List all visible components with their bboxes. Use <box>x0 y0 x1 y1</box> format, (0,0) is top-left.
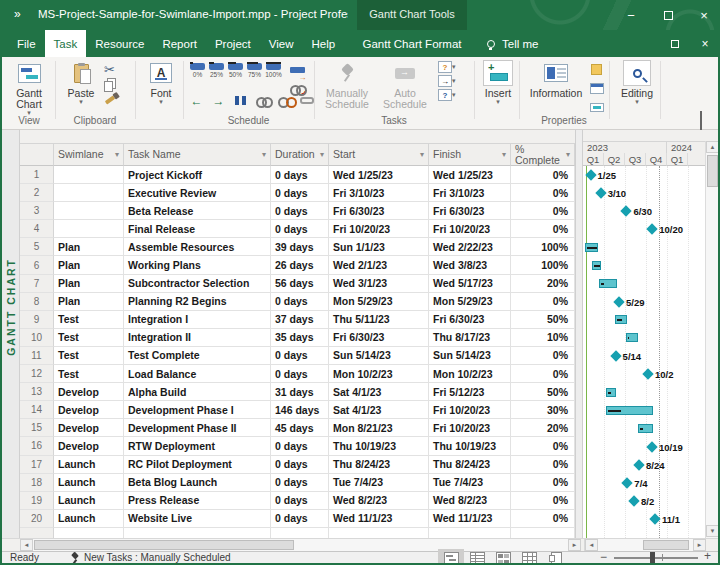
quarter-2023-q1[interactable]: Q1 <box>583 153 604 166</box>
cell-start[interactable]: Fri 10/20/23 <box>329 220 429 238</box>
percent-100--button[interactable]: 100% <box>264 63 283 78</box>
filter-chevron-icon[interactable]: ▾ <box>320 149 324 160</box>
filter-chevron-icon[interactable]: ▾ <box>115 149 119 160</box>
cell-task-name[interactable]: Executive Review <box>124 184 271 202</box>
cell-finish[interactable]: Thu 8/24/23 <box>429 456 511 474</box>
milestone-diamond[interactable] <box>613 296 624 307</box>
zoom-in-button[interactable]: + <box>704 549 711 563</box>
cell-finish[interactable]: Fri 6/30/23 <box>429 202 511 220</box>
scroll-down-button[interactable]: ▼ <box>706 525 719 537</box>
cell-swimlane[interactable]: Test <box>54 311 124 329</box>
column-header-task-name[interactable]: Task Name▾ <box>124 143 271 166</box>
cell-duration[interactable]: 0 days <box>271 184 329 202</box>
cell-task-name[interactable]: RC Pilot Deployment <box>124 456 271 474</box>
cell-task-name[interactable]: Load Balance <box>124 365 271 383</box>
cell-finish[interactable]: Fri 10/20/23 <box>429 220 511 238</box>
milestone-diamond[interactable] <box>628 495 639 506</box>
cell-empty[interactable] <box>54 528 124 538</box>
filter-chevron-icon[interactable]: ▾ <box>502 149 506 160</box>
inspect-task-button[interactable]: ?▾ <box>438 61 456 73</box>
cell-pct-complete[interactable]: 0% <box>511 510 575 528</box>
cell-task-name[interactable]: Integration I <box>124 311 271 329</box>
cell-finish[interactable]: Mon 5/29/23 <box>429 293 511 311</box>
resource-sheet-view-shortcut[interactable] <box>516 549 542 565</box>
cell-empty[interactable] <box>429 528 511 538</box>
move-task-button[interactable]: →▾ <box>438 75 456 87</box>
cell-duration[interactable]: 0 days <box>271 220 329 238</box>
cell-duration[interactable]: 35 days <box>271 329 329 347</box>
cell-task-name[interactable]: Project Kickoff <box>124 166 271 184</box>
cell-empty[interactable] <box>124 528 271 538</box>
gantt-chart-view-shortcut[interactable] <box>438 549 464 565</box>
cell-finish[interactable]: Wed 11/1/23 <box>429 510 511 528</box>
cell-start[interactable]: Sat 4/1/23 <box>329 383 429 401</box>
cell-start[interactable]: Thu 10/19/23 <box>329 437 429 455</box>
row-number[interactable]: 3 <box>20 202 54 220</box>
cell-pct-complete[interactable]: 0% <box>511 347 575 365</box>
cell-pct-complete[interactable]: 0% <box>511 492 575 510</box>
outdent-task-button[interactable]: ← <box>188 93 205 108</box>
cell-start[interactable]: Tue 7/4/23 <box>329 474 429 492</box>
row-number[interactable]: 15 <box>20 419 54 437</box>
row-number[interactable]: 14 <box>20 401 54 419</box>
cell-start[interactable]: Fri 3/10/23 <box>329 184 429 202</box>
filter-chevron-icon[interactable]: ▾ <box>262 149 266 160</box>
cell-duration[interactable]: 37 days <box>271 311 329 329</box>
quarter-2024-q1[interactable]: Q1 <box>667 153 688 166</box>
cell-finish[interactable]: Thu 8/17/23 <box>429 329 511 347</box>
cell-duration[interactable]: 146 days <box>271 401 329 419</box>
cell-duration[interactable]: 45 days <box>271 419 329 437</box>
cell-start[interactable]: Wed 2/1/23 <box>329 256 429 274</box>
cell-task-name[interactable]: Website Live <box>124 510 271 528</box>
row-number[interactable]: 17 <box>20 456 54 474</box>
milestone-diamond[interactable] <box>610 350 621 361</box>
cell-finish[interactable]: Wed 1/25/23 <box>429 166 511 184</box>
cell-task-name[interactable]: Beta Release <box>124 202 271 220</box>
chart-scroll-thumb[interactable] <box>643 540 689 550</box>
editing-button[interactable]: Editing ▾ <box>615 60 659 105</box>
vertical-scrollbar[interactable]: ▲ ▼ <box>705 141 718 538</box>
row-number[interactable]: 4 <box>20 220 54 238</box>
task-bar[interactable] <box>606 388 616 397</box>
cell-pct-complete[interactable]: 0% <box>511 166 575 184</box>
task-bar[interactable] <box>592 261 601 270</box>
cell-duration[interactable]: 0 days <box>271 510 329 528</box>
cell-pct-complete[interactable]: 50% <box>511 311 575 329</box>
cell-task-name[interactable]: Working Plans <box>124 256 271 274</box>
restore-button[interactable] <box>652 0 684 30</box>
tab-gantt-chart-format[interactable]: Gantt Chart Format <box>349 30 475 57</box>
cell-start[interactable]: Mon 5/29/23 <box>329 293 429 311</box>
quarter-2023-q3[interactable]: Q3 <box>625 153 646 166</box>
cell-finish[interactable]: Wed 2/22/23 <box>429 238 511 256</box>
cell-swimlane[interactable] <box>54 202 124 220</box>
cell-duration[interactable]: 0 days <box>271 456 329 474</box>
percent-25--button[interactable]: 25% <box>207 63 226 78</box>
cell-finish[interactable]: Thu 10/19/23 <box>429 437 511 455</box>
cell-finish[interactable]: Tue 7/4/23 <box>429 474 511 492</box>
chart-scroll-left-button[interactable]: ◄ <box>585 539 598 551</box>
percent-0--button[interactable]: 0% <box>188 63 207 78</box>
cell-empty[interactable] <box>511 528 575 538</box>
column-header--complete[interactable]: % Complete▾ <box>511 143 575 166</box>
year-2023[interactable]: 2023 <box>583 141 667 153</box>
cell-start[interactable]: Fri 6/30/23 <box>329 329 429 347</box>
cell-duration[interactable]: 0 days <box>271 492 329 510</box>
cell-finish[interactable]: Fri 10/20/23 <box>429 401 511 419</box>
cell-pct-complete[interactable]: 0% <box>511 456 575 474</box>
cell-swimlane[interactable] <box>54 184 124 202</box>
cell-pct-complete[interactable]: 100% <box>511 256 575 274</box>
cell-swimlane[interactable]: Test <box>54 347 124 365</box>
report-view-shortcut[interactable] <box>542 549 568 565</box>
cell-swimlane[interactable]: Develop <box>54 437 124 455</box>
cell-swimlane[interactable] <box>54 166 124 184</box>
cell-empty[interactable] <box>329 528 429 538</box>
cell-finish[interactable]: Sun 5/14/23 <box>429 347 511 365</box>
tab-help[interactable]: Help <box>302 30 344 57</box>
zoom-track[interactable] <box>614 557 698 559</box>
task-mode-button[interactable]: ?▾ <box>438 89 456 101</box>
cell-pct-complete[interactable]: 10% <box>511 329 575 347</box>
inactivate-button[interactable] <box>298 93 315 108</box>
cell-swimlane[interactable]: Plan <box>54 256 124 274</box>
row-number[interactable]: 10 <box>20 329 54 347</box>
task-bar[interactable] <box>599 279 617 288</box>
